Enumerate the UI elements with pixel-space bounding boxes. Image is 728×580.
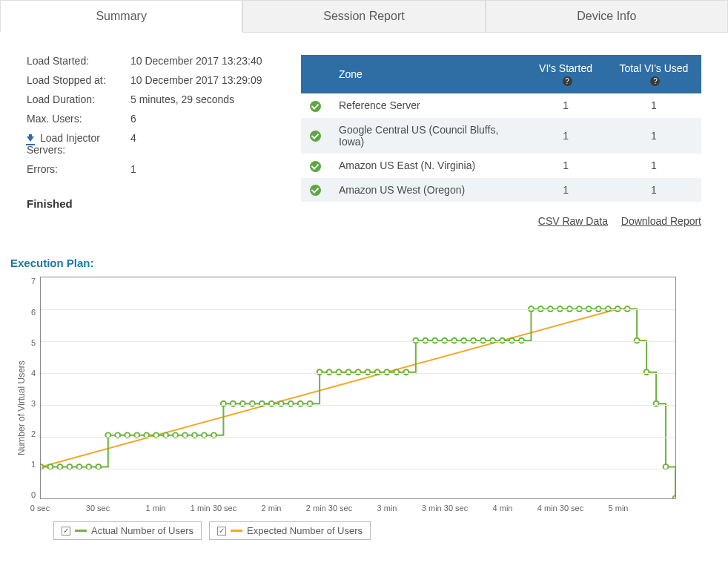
check-icon bbox=[310, 131, 321, 142]
svg-point-27 bbox=[298, 401, 303, 406]
legend-expected[interactable]: ✓Expected Number of Users bbox=[209, 521, 371, 540]
svg-point-11 bbox=[144, 433, 149, 438]
zone-used: 1 bbox=[606, 118, 701, 154]
tab-session-report[interactable]: Session Report bbox=[242, 0, 485, 32]
load-stopped-label: Load Stopped at: bbox=[27, 74, 130, 86]
tabs: Summary Session Report Device Info bbox=[0, 0, 728, 33]
chart-plot-area bbox=[40, 277, 676, 499]
injector-value: 4 bbox=[130, 132, 279, 156]
status-label: Finished bbox=[27, 197, 279, 210]
svg-point-14 bbox=[173, 433, 178, 438]
load-duration-value: 5 minutes, 29 seconds bbox=[130, 93, 279, 105]
help-icon[interactable]: ? bbox=[650, 76, 660, 86]
svg-point-21 bbox=[240, 401, 245, 406]
svg-point-7 bbox=[105, 433, 110, 438]
svg-point-66 bbox=[673, 496, 675, 498]
load-duration-label: Load Duration: bbox=[27, 93, 130, 105]
max-users-label: Max. Users: bbox=[27, 113, 130, 125]
svg-point-20 bbox=[231, 401, 236, 406]
table-row: Reference Server11 bbox=[301, 93, 701, 118]
zone-used: 1 bbox=[606, 93, 701, 118]
help-icon[interactable]: ? bbox=[563, 76, 572, 86]
svg-point-13 bbox=[163, 433, 168, 438]
download-icon bbox=[27, 136, 34, 142]
chart-ylabel: Number of Virtual Users bbox=[10, 277, 27, 540]
checkbox-icon: ✓ bbox=[62, 527, 70, 535]
zone-started: 1 bbox=[525, 93, 606, 118]
started-header: VI's Started? bbox=[525, 55, 606, 93]
execution-plan-title: Execution Plan: bbox=[0, 257, 728, 269]
table-row: Google Central US (Council Bluffs, Iowa)… bbox=[301, 118, 701, 154]
zone-used: 1 bbox=[606, 178, 701, 202]
zone-name: Google Central US (Council Bluffs, Iowa) bbox=[330, 118, 525, 154]
chart-yaxis: 76543210 bbox=[27, 277, 40, 499]
svg-point-18 bbox=[211, 433, 216, 438]
zone-used: 1 bbox=[606, 154, 701, 178]
zone-name: Reference Server bbox=[330, 93, 525, 118]
svg-point-25 bbox=[279, 401, 284, 406]
svg-point-22 bbox=[250, 401, 255, 406]
svg-point-8 bbox=[115, 433, 120, 438]
errors-label: Errors: bbox=[27, 163, 130, 175]
zone-header: Zone bbox=[330, 55, 525, 93]
svg-point-16 bbox=[192, 433, 197, 438]
chart-xaxis: 0 sec30 sec1 min1 min 30 sec2 min2 min 3… bbox=[40, 504, 676, 514]
zone-started: 1 bbox=[525, 154, 606, 178]
zone-table: Zone VI's Started? Total VI's Used? Refe… bbox=[301, 55, 701, 202]
zone-name: Amazon US West (Oregon) bbox=[330, 178, 525, 202]
load-started-label: Load Started: bbox=[27, 55, 130, 67]
injector-label: Load Injector Servers: bbox=[27, 132, 130, 156]
table-row: Amazon US East (N. Virginia)11 bbox=[301, 154, 701, 178]
svg-point-24 bbox=[269, 401, 274, 406]
svg-point-17 bbox=[202, 433, 207, 438]
check-icon bbox=[310, 185, 321, 196]
svg-point-64 bbox=[654, 401, 659, 406]
svg-point-23 bbox=[259, 401, 265, 406]
load-started-value: 10 December 2017 13:23:40 bbox=[130, 55, 279, 67]
csv-raw-data-link[interactable]: CSV Raw Data bbox=[538, 215, 608, 227]
zone-started: 1 bbox=[525, 178, 606, 202]
svg-point-9 bbox=[125, 433, 130, 438]
svg-point-12 bbox=[153, 433, 159, 438]
checkbox-icon: ✓ bbox=[217, 527, 226, 535]
used-header: Total VI's Used? bbox=[606, 55, 701, 93]
download-report-link[interactable]: Download Report bbox=[621, 215, 701, 227]
svg-point-10 bbox=[134, 433, 139, 438]
svg-point-28 bbox=[308, 401, 313, 406]
load-stopped-value: 10 December 2017 13:29:09 bbox=[130, 74, 279, 86]
zone-name: Amazon US East (N. Virginia) bbox=[330, 154, 525, 178]
tab-summary[interactable]: Summary bbox=[0, 0, 242, 33]
max-users-value: 6 bbox=[130, 113, 279, 125]
svg-point-19 bbox=[221, 401, 226, 406]
check-icon bbox=[310, 101, 321, 112]
errors-value: 1 bbox=[130, 163, 279, 175]
table-row: Amazon US West (Oregon)11 bbox=[301, 178, 701, 202]
tab-device-info[interactable]: Device Info bbox=[486, 0, 728, 32]
zone-started: 1 bbox=[525, 118, 606, 154]
svg-point-15 bbox=[182, 433, 188, 438]
svg-point-26 bbox=[288, 401, 294, 406]
legend-actual[interactable]: ✓Actual Number of Users bbox=[53, 521, 202, 540]
summary-stats: Load Started:10 December 2017 13:23:40 L… bbox=[27, 55, 279, 227]
check-icon bbox=[310, 161, 321, 172]
